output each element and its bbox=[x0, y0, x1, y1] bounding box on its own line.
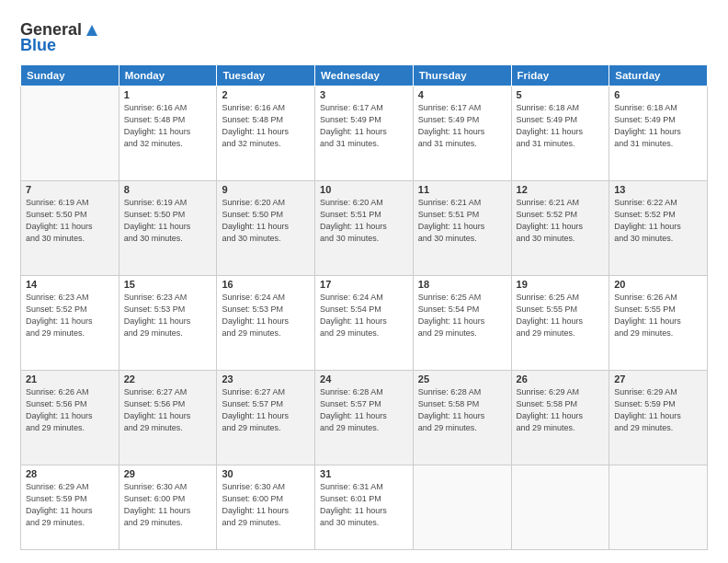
day-info: Sunrise: 6:27 AMSunset: 5:57 PMDaylight:… bbox=[222, 386, 310, 434]
calendar-cell: 21Sunrise: 6:26 AMSunset: 5:56 PMDayligh… bbox=[21, 371, 119, 465]
day-info: Sunrise: 6:17 AMSunset: 5:49 PMDaylight:… bbox=[320, 102, 408, 150]
day-number: 28 bbox=[26, 468, 114, 479]
calendar-body: 1Sunrise: 6:16 AMSunset: 5:48 PMDaylight… bbox=[21, 86, 708, 550]
calendar-week-row: 14Sunrise: 6:23 AMSunset: 5:52 PMDayligh… bbox=[21, 276, 708, 371]
day-number: 23 bbox=[222, 373, 310, 385]
day-info: Sunrise: 6:30 AMSunset: 6:00 PMDaylight:… bbox=[222, 481, 310, 529]
logo: General Blue bbox=[20, 20, 100, 55]
day-number: 14 bbox=[26, 279, 114, 290]
weekday-header-friday: Friday bbox=[511, 65, 609, 86]
day-number: 7 bbox=[26, 184, 114, 195]
day-info: Sunrise: 6:26 AMSunset: 5:55 PMDaylight:… bbox=[614, 292, 702, 339]
day-number: 21 bbox=[26, 373, 114, 385]
day-info: Sunrise: 6:16 AMSunset: 5:48 PMDaylight:… bbox=[124, 102, 212, 150]
weekday-header-saturday: Saturday bbox=[609, 65, 708, 86]
day-info: Sunrise: 6:19 AMSunset: 5:50 PMDaylight:… bbox=[26, 197, 114, 245]
logo-icon bbox=[84, 22, 100, 39]
calendar-cell bbox=[511, 465, 609, 550]
calendar-cell bbox=[413, 465, 511, 550]
day-info: Sunrise: 6:26 AMSunset: 5:56 PMDaylight:… bbox=[26, 386, 114, 434]
day-info: Sunrise: 6:21 AMSunset: 5:52 PMDaylight:… bbox=[517, 197, 605, 245]
day-number: 25 bbox=[418, 373, 506, 385]
calendar-cell: 5Sunrise: 6:18 AMSunset: 5:49 PMDaylight… bbox=[511, 86, 609, 181]
day-info: Sunrise: 6:28 AMSunset: 5:58 PMDaylight:… bbox=[418, 386, 506, 434]
day-info: Sunrise: 6:30 AMSunset: 6:00 PMDaylight:… bbox=[124, 481, 212, 529]
calendar-cell bbox=[609, 465, 708, 550]
day-info: Sunrise: 6:25 AMSunset: 5:55 PMDaylight:… bbox=[517, 292, 605, 339]
day-number: 18 bbox=[418, 279, 506, 290]
day-info: Sunrise: 6:29 AMSunset: 5:58 PMDaylight:… bbox=[517, 386, 605, 434]
day-number: 22 bbox=[124, 373, 212, 385]
calendar-cell: 25Sunrise: 6:28 AMSunset: 5:58 PMDayligh… bbox=[413, 371, 511, 465]
day-info: Sunrise: 6:29 AMSunset: 5:59 PMDaylight:… bbox=[614, 386, 702, 434]
calendar-cell: 8Sunrise: 6:19 AMSunset: 5:50 PMDaylight… bbox=[119, 181, 217, 276]
calendar-cell: 6Sunrise: 6:18 AMSunset: 5:49 PMDaylight… bbox=[609, 86, 708, 181]
day-number: 10 bbox=[320, 184, 408, 195]
day-info: Sunrise: 6:25 AMSunset: 5:54 PMDaylight:… bbox=[418, 292, 506, 339]
logo-blue-text: Blue bbox=[20, 36, 56, 55]
calendar-cell: 1Sunrise: 6:16 AMSunset: 5:48 PMDaylight… bbox=[119, 86, 217, 181]
day-info: Sunrise: 6:16 AMSunset: 5:48 PMDaylight:… bbox=[222, 102, 310, 150]
calendar-cell: 15Sunrise: 6:23 AMSunset: 5:53 PMDayligh… bbox=[119, 276, 217, 371]
weekday-header-row: SundayMondayTuesdayWednesdayThursdayFrid… bbox=[21, 65, 708, 86]
calendar-cell: 31Sunrise: 6:31 AMSunset: 6:01 PMDayligh… bbox=[315, 465, 414, 550]
day-number: 8 bbox=[124, 184, 212, 195]
day-number: 11 bbox=[418, 184, 506, 195]
calendar-cell: 11Sunrise: 6:21 AMSunset: 5:51 PMDayligh… bbox=[413, 181, 511, 276]
calendar-cell: 3Sunrise: 6:17 AMSunset: 5:49 PMDaylight… bbox=[315, 86, 414, 181]
calendar-cell: 24Sunrise: 6:28 AMSunset: 5:57 PMDayligh… bbox=[315, 371, 414, 465]
calendar-cell: 28Sunrise: 6:29 AMSunset: 5:59 PMDayligh… bbox=[21, 465, 119, 550]
page: General Blue SundayMondayTuesdayWednesda… bbox=[0, 0, 728, 563]
day-number: 6 bbox=[614, 89, 702, 100]
calendar-cell: 9Sunrise: 6:20 AMSunset: 5:50 PMDaylight… bbox=[217, 181, 315, 276]
calendar-cell bbox=[21, 86, 119, 181]
weekday-header-thursday: Thursday bbox=[413, 65, 511, 86]
calendar-week-row: 28Sunrise: 6:29 AMSunset: 5:59 PMDayligh… bbox=[21, 465, 708, 550]
calendar-cell: 20Sunrise: 6:26 AMSunset: 5:55 PMDayligh… bbox=[609, 276, 708, 371]
day-number: 31 bbox=[320, 468, 408, 479]
svg-marker-0 bbox=[86, 25, 97, 36]
day-info: Sunrise: 6:24 AMSunset: 5:53 PMDaylight:… bbox=[222, 292, 310, 339]
day-number: 29 bbox=[124, 468, 212, 479]
calendar-cell: 14Sunrise: 6:23 AMSunset: 5:52 PMDayligh… bbox=[21, 276, 119, 371]
calendar-cell: 12Sunrise: 6:21 AMSunset: 5:52 PMDayligh… bbox=[511, 181, 609, 276]
weekday-header-tuesday: Tuesday bbox=[217, 65, 315, 86]
weekday-header-sunday: Sunday bbox=[21, 65, 119, 86]
day-info: Sunrise: 6:19 AMSunset: 5:50 PMDaylight:… bbox=[124, 197, 212, 245]
day-info: Sunrise: 6:23 AMSunset: 5:52 PMDaylight:… bbox=[26, 292, 114, 339]
calendar-cell: 2Sunrise: 6:16 AMSunset: 5:48 PMDaylight… bbox=[217, 86, 315, 181]
calendar-cell: 19Sunrise: 6:25 AMSunset: 5:55 PMDayligh… bbox=[511, 276, 609, 371]
calendar-cell: 22Sunrise: 6:27 AMSunset: 5:56 PMDayligh… bbox=[119, 371, 217, 465]
calendar-cell: 13Sunrise: 6:22 AMSunset: 5:52 PMDayligh… bbox=[609, 181, 708, 276]
day-info: Sunrise: 6:28 AMSunset: 5:57 PMDaylight:… bbox=[320, 386, 408, 434]
weekday-header-wednesday: Wednesday bbox=[315, 65, 414, 86]
day-info: Sunrise: 6:20 AMSunset: 5:51 PMDaylight:… bbox=[320, 197, 408, 245]
day-number: 27 bbox=[614, 373, 702, 385]
calendar-cell: 18Sunrise: 6:25 AMSunset: 5:54 PMDayligh… bbox=[413, 276, 511, 371]
day-number: 2 bbox=[222, 89, 310, 100]
day-info: Sunrise: 6:29 AMSunset: 5:59 PMDaylight:… bbox=[26, 481, 114, 529]
day-info: Sunrise: 6:20 AMSunset: 5:50 PMDaylight:… bbox=[222, 197, 310, 245]
calendar-week-row: 1Sunrise: 6:16 AMSunset: 5:48 PMDaylight… bbox=[21, 86, 708, 181]
day-number: 19 bbox=[517, 279, 605, 290]
day-number: 9 bbox=[222, 184, 310, 195]
day-info: Sunrise: 6:17 AMSunset: 5:49 PMDaylight:… bbox=[418, 102, 506, 150]
day-number: 3 bbox=[320, 89, 408, 100]
day-number: 12 bbox=[517, 184, 605, 195]
calendar-cell: 17Sunrise: 6:24 AMSunset: 5:54 PMDayligh… bbox=[315, 276, 414, 371]
day-number: 4 bbox=[418, 89, 506, 100]
day-number: 24 bbox=[320, 373, 408, 385]
calendar-week-row: 7Sunrise: 6:19 AMSunset: 5:50 PMDaylight… bbox=[21, 181, 708, 276]
day-number: 1 bbox=[124, 89, 212, 100]
calendar-cell: 26Sunrise: 6:29 AMSunset: 5:58 PMDayligh… bbox=[511, 371, 609, 465]
calendar-week-row: 21Sunrise: 6:26 AMSunset: 5:56 PMDayligh… bbox=[21, 371, 708, 465]
day-number: 17 bbox=[320, 279, 408, 290]
day-number: 15 bbox=[124, 279, 212, 290]
day-number: 5 bbox=[517, 89, 605, 100]
calendar-cell: 27Sunrise: 6:29 AMSunset: 5:59 PMDayligh… bbox=[609, 371, 708, 465]
day-info: Sunrise: 6:22 AMSunset: 5:52 PMDaylight:… bbox=[614, 197, 702, 245]
day-number: 13 bbox=[614, 184, 702, 195]
day-number: 30 bbox=[222, 468, 310, 479]
calendar-cell: 30Sunrise: 6:30 AMSunset: 6:00 PMDayligh… bbox=[217, 465, 315, 550]
day-info: Sunrise: 6:23 AMSunset: 5:53 PMDaylight:… bbox=[124, 292, 212, 339]
